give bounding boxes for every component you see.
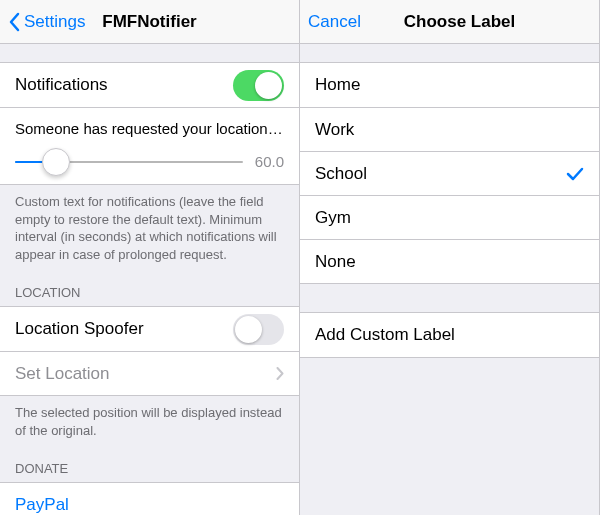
set-location-label: Set Location (15, 364, 110, 384)
add-custom-label-text: Add Custom Label (315, 325, 455, 345)
label-option[interactable]: Work (300, 107, 599, 151)
notification-text-field[interactable]: Someone has requested your location thro… (0, 107, 299, 143)
add-custom-label-row[interactable]: Add Custom Label (300, 313, 599, 357)
labels-group: HomeWorkSchoolGymNone (300, 62, 599, 284)
paypal-label: PayPal (15, 495, 69, 515)
paypal-row[interactable]: PayPal (0, 483, 299, 515)
label-option-text: Gym (315, 208, 351, 228)
label-option-text: Home (315, 75, 360, 95)
location-footer: The selected position will be displayed … (0, 396, 299, 447)
location-group: Location Spoofer Set Location (0, 306, 299, 396)
interval-slider-value: 60.0 (255, 153, 284, 170)
back-label: Settings (24, 12, 85, 32)
interval-slider[interactable] (15, 161, 243, 163)
location-header: Location (0, 271, 299, 306)
label-option[interactable]: None (300, 239, 599, 283)
slider-thumb-icon[interactable] (42, 148, 70, 176)
donate-header: Donate (0, 447, 299, 482)
label-option-text: Work (315, 120, 354, 140)
notifications-toggle[interactable] (233, 70, 284, 101)
location-spoofer-row[interactable]: Location Spoofer (0, 307, 299, 351)
back-button[interactable]: Settings (8, 12, 85, 32)
chevron-right-icon (276, 367, 284, 380)
chevron-left-icon (8, 12, 20, 32)
settings-pane: Settings FMFNotifier Notifications Someo… (0, 0, 300, 515)
notifications-group: Notifications Someone has requested your… (0, 62, 299, 185)
location-spoofer-label: Location Spoofer (15, 319, 144, 339)
label-option-text: School (315, 164, 367, 184)
label-option-text: None (315, 252, 356, 272)
cancel-label: Cancel (308, 12, 361, 32)
choose-label-pane: Cancel Choose Label HomeWorkSchoolGymNon… (300, 0, 600, 515)
checkmark-icon (566, 165, 584, 183)
add-custom-group: Add Custom Label (300, 312, 599, 358)
right-navbar: Cancel Choose Label (300, 0, 599, 44)
set-location-row[interactable]: Set Location (0, 351, 299, 395)
interval-slider-row: 60.0 (0, 143, 299, 184)
donate-group: PayPal (0, 482, 299, 515)
notifications-label: Notifications (15, 75, 108, 95)
label-option[interactable]: Home (300, 63, 599, 107)
label-option[interactable]: School (300, 151, 599, 195)
label-option[interactable]: Gym (300, 195, 599, 239)
notifications-footer: Custom text for notifications (leave the… (0, 185, 299, 271)
notifications-row[interactable]: Notifications (0, 63, 299, 107)
cancel-button[interactable]: Cancel (308, 12, 361, 32)
left-navbar: Settings FMFNotifier (0, 0, 299, 44)
location-spoofer-toggle[interactable] (233, 314, 284, 345)
